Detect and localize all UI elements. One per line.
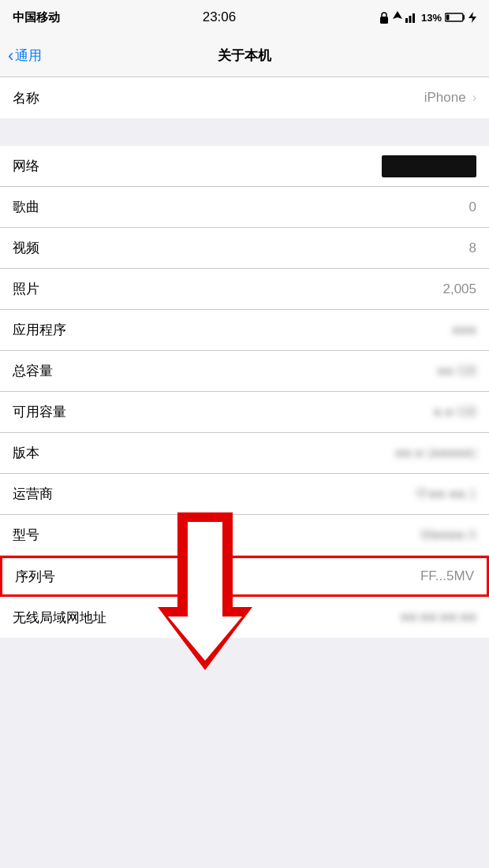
lock-icon [379,11,390,24]
label-photos: 照片 [13,280,39,298]
location-icon [393,11,402,24]
battery-area: 13% [379,11,476,24]
status-bar: 中国移动 23:06 13% [0,0,489,35]
row-apps: 应用程序 ●●● [0,310,489,351]
svg-rect-0 [380,17,388,24]
value-serial: FF...5MV [420,568,474,584]
chevron-icon: › [472,91,476,105]
section-name: 名称 iPhone › [0,77,489,118]
label-version: 版本 [13,444,39,462]
signal-icon [405,12,418,23]
value-songs: 0 [469,199,476,215]
page-title: 关于本机 [218,47,271,65]
row-network: 网络 [0,146,489,187]
battery-icon [445,12,465,23]
value-apps: ●●● [452,322,476,338]
back-button[interactable]: ‹ 通用 [8,46,42,66]
label-wifi: 无线局域网地址 [13,609,106,627]
value-available-capacity: ●.● GB [433,404,476,420]
gap-1 [0,118,489,146]
label-available-capacity: 可用容量 [13,403,66,421]
label-carrier: 运营商 [13,485,53,503]
svg-rect-4 [412,13,415,23]
value-name: iPhone › [424,90,476,106]
label-model: 型号 [13,526,39,544]
label-songs: 歌曲 [13,198,39,216]
label-videos: 视频 [13,239,39,257]
label-apps: 应用程序 [13,321,66,339]
row-carrier: 运营商 中●● ●●.1 [0,474,489,515]
value-videos: 8 [469,240,476,256]
value-carrier: 中●● ●●.1 [416,485,476,503]
time-label: 23:06 [203,9,237,25]
value-total-capacity: ●● GB [437,363,476,379]
battery-percent: 13% [421,12,442,24]
value-photos: 2,005 [442,281,476,297]
carrier-label: 中国移动 [13,10,60,25]
row-total-capacity: 总容量 ●● GB [0,351,489,392]
svg-rect-6 [446,15,449,20]
row-name[interactable]: 名称 iPhone › [0,77,489,118]
svg-marker-1 [393,11,402,19]
nav-bar: ‹ 通用 关于本机 [0,35,489,77]
row-videos: 视频 8 [0,228,489,269]
value-version: ●●.● (●●●●●) [395,445,476,461]
label-name: 名称 [13,89,39,107]
arrow-annotation [158,512,252,670]
label-network: 网络 [13,157,39,175]
value-wifi: ●●:●●:●●:●● [401,609,476,625]
row-available-capacity: 可用容量 ●.● GB [0,392,489,433]
back-label: 通用 [15,47,42,65]
value-model: M●●●● A [421,527,476,543]
row-photos: 照片 2,005 [0,269,489,310]
row-version: 版本 ●●.● (●●●●●) [0,433,489,474]
charging-icon [468,12,476,23]
svg-marker-7 [468,12,476,23]
row-songs: 歌曲 0 [0,187,489,228]
red-arrow-icon [158,512,252,670]
svg-rect-3 [409,16,411,23]
value-network [382,155,476,177]
back-chevron-icon: ‹ [8,46,13,66]
label-serial: 序列号 [15,568,55,586]
label-total-capacity: 总容量 [13,362,53,380]
svg-rect-2 [405,18,408,23]
